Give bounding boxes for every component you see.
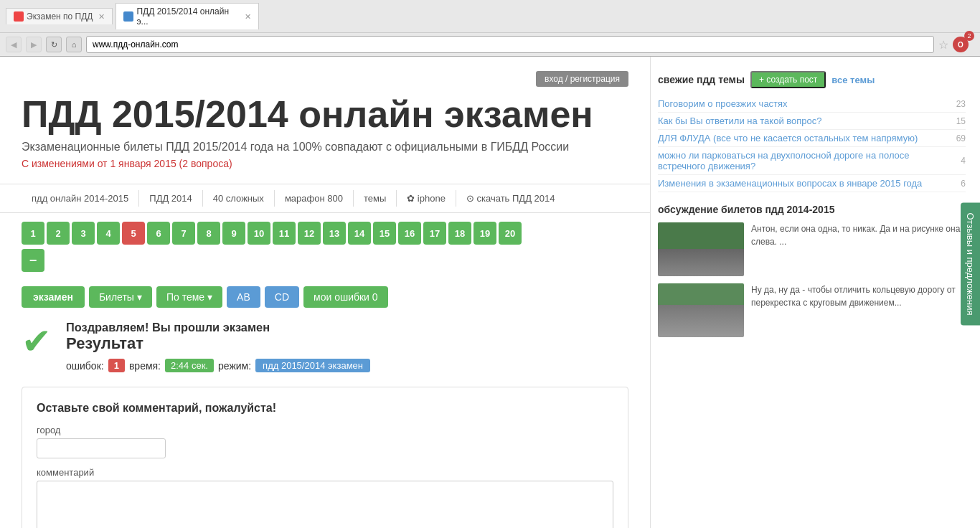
main-content: вход / регистрация ПДД 2015/2014 онлайн … [0, 57, 650, 528]
ticket-9[interactable]: 9 [222, 222, 245, 245]
forward-button[interactable]: ▶ [26, 37, 42, 52]
topic-link-5[interactable]: Изменения в экзаменационных вопросах в я… [658, 178, 956, 189]
result-details: Поздравляем! Вы прошли экзамен Результат… [66, 321, 370, 372]
site-notice: С изменениями от 1 января 2015 (2 вопрос… [22, 158, 628, 169]
feedback-sidebar-tab[interactable]: Отзывы и предложения [961, 202, 980, 325]
action-buttons: экзамен Билеты ▾ По теме ▾ АВ CD мои оши… [0, 280, 650, 314]
browser-titlebar: Экзамен по ПДД ✕ ПДД 2015/2014 онлайн э.… [0, 0, 980, 33]
tickets-label: Билеты [99, 291, 134, 303]
ticket-13[interactable]: 13 [323, 222, 346, 245]
ticket-16[interactable]: 16 [398, 222, 421, 245]
address-bar[interactable] [86, 36, 934, 53]
tickets-dropdown-icon[interactable]: ▾ [137, 291, 142, 303]
list-item: можно ли парковаться на двухполосной дор… [658, 147, 966, 175]
topic-link-2[interactable]: Как бы Вы ответили на такой вопрос? [658, 116, 952, 126]
tab-pdd-online[interactable]: ПДД 2015/2014 онлайн э... ✕ [116, 3, 259, 29]
fresh-topics-title: свежие пдд темы [658, 74, 745, 85]
tab-close-2[interactable]: ✕ [245, 12, 251, 22]
errors-button[interactable]: мои ошибки 0 [303, 286, 388, 308]
time-value-badge: 2:44 сек. [165, 359, 214, 372]
ticket-12[interactable]: 12 [298, 222, 321, 245]
ab-button[interactable]: АВ [227, 286, 260, 308]
nav-item-pdd-online[interactable]: пдд онлайн 2014-2015 [22, 190, 139, 207]
site-subtitle: Экзаменационные билеты ПДД 2015/2014 год… [22, 141, 628, 154]
list-item: ДЛЯ ФЛУДА (все что не касается остальных… [658, 130, 966, 147]
reload-button[interactable]: ↻ [46, 37, 62, 52]
home-button[interactable]: ⌂ [66, 37, 82, 52]
tab-icon-1 [14, 11, 24, 22]
ticket-10[interactable]: 10 [248, 222, 270, 245]
topic-link-4[interactable]: можно ли парковаться на двухполосной дор… [658, 150, 956, 171]
tab-label-1: Экзамен по ПДД [27, 11, 93, 22]
ticket-7[interactable]: 7 [172, 222, 195, 245]
discussion-title: обсуждение билетов пдд 2014-2015 [658, 204, 966, 215]
ticket-2[interactable]: 2 [47, 222, 70, 245]
ticket-8[interactable]: 8 [197, 222, 220, 245]
nav-item-40-hard[interactable]: 40 сложных [203, 190, 275, 207]
bookmark-icon[interactable]: ☆ [938, 38, 948, 52]
ticket-14[interactable]: 14 [348, 222, 371, 245]
topic-count-4: 4 [961, 156, 966, 166]
nav-item-iphone[interactable]: ✿ iphone [397, 190, 456, 207]
city-input[interactable] [37, 438, 166, 458]
list-item: Изменения в экзаменационных вопросах в я… [658, 175, 966, 192]
ticket-18[interactable]: 18 [448, 222, 471, 245]
road-image-2 [658, 283, 744, 337]
ticket-3[interactable]: 3 [72, 222, 95, 245]
nav-item-download[interactable]: ⊙ скачать ПДД 2014 [456, 190, 565, 207]
comment-form-title: Оставьте свой комментарий, пожалуйста! [37, 402, 613, 415]
ticket-19[interactable]: 19 [473, 222, 496, 245]
mode-label: режим: [218, 360, 251, 372]
tab-icon-2 [123, 11, 133, 22]
discussion-thumbnail-1 [658, 222, 744, 276]
theme-dropdown-icon[interactable]: ▾ [207, 291, 212, 303]
browser-navbar: ◀ ▶ ↻ ⌂ ☆ О 2 [0, 33, 980, 56]
errors-count-badge: 1 [108, 359, 125, 372]
success-checkmark-icon: ✔ [22, 321, 52, 362]
ticket-17[interactable]: 17 [423, 222, 446, 245]
ticket-20[interactable]: 20 [499, 222, 522, 245]
site-header: вход / регистрация ПДД 2015/2014 онлайн … [0, 57, 650, 184]
ticket-minus[interactable]: − [22, 249, 44, 272]
ticket-15[interactable]: 15 [373, 222, 396, 245]
fresh-topics-header: свежие пдд темы + создать пост все темы [658, 71, 966, 88]
ticket-11[interactable]: 11 [273, 222, 296, 245]
comment-textarea[interactable] [37, 481, 613, 528]
topic-count-1: 23 [956, 99, 966, 109]
topic-link-3[interactable]: ДЛЯ ФЛУДА (все что не касается остальных… [658, 133, 952, 143]
list-item: Как бы Вы ответили на такой вопрос? 15 [658, 113, 966, 130]
mode-value-badge: пдд 2015/2014 экзамен [255, 359, 370, 372]
cd-button[interactable]: CD [265, 286, 299, 308]
create-post-button[interactable]: + создать пост [750, 71, 826, 88]
nav-item-themes[interactable]: темы [354, 190, 397, 207]
exam-button[interactable]: экзамен [22, 286, 85, 308]
topic-link-1[interactable]: Поговорим о проезжих частях [658, 98, 952, 109]
ticket-6[interactable]: 6 [147, 222, 170, 245]
errors-label: ошибок: [66, 360, 104, 372]
tab-close-1[interactable]: ✕ [98, 12, 105, 22]
browser-chrome: Экзамен по ПДД ✕ ПДД 2015/2014 онлайн э.… [0, 0, 980, 57]
ticket-5[interactable]: 5 [122, 222, 145, 245]
nav-item-pdd2014[interactable]: ПДД 2014 [139, 190, 202, 207]
road-image-1 [658, 222, 744, 276]
tab-pdd-exam[interactable]: Экзамен по ПДД ✕ [6, 8, 113, 24]
theme-button[interactable]: По теме ▾ [156, 286, 222, 308]
theme-label: По теме [166, 291, 204, 303]
topic-list: Поговорим о проезжих частях 23 Как бы Вы… [658, 95, 966, 192]
ticket-4[interactable]: 4 [97, 222, 120, 245]
all-themes-link[interactable]: все темы [831, 75, 875, 85]
tickets-button[interactable]: Билеты ▾ [89, 286, 152, 308]
result-section: ✔ Поздравляем! Вы прошли экзамен Результ… [0, 314, 650, 387]
topic-count-2: 15 [956, 116, 966, 126]
back-button[interactable]: ◀ [6, 37, 22, 52]
discussion-items: Антон, если она одна, то никак. Да и на … [658, 222, 966, 337]
topic-count-3: 69 [956, 133, 966, 143]
login-button[interactable]: вход / регистрация [536, 71, 628, 87]
page-wrapper: вход / регистрация ПДД 2015/2014 онлайн … [0, 57, 980, 528]
topic-count-5: 6 [961, 179, 966, 189]
result-info: ошибок: 1 время: 2:44 сек. режим: пдд 20… [66, 359, 370, 372]
nav-item-marathon[interactable]: марафон 800 [275, 190, 354, 207]
discussion-item-2: Ну да, ну да - чтобы отличить кольцевую … [658, 283, 966, 337]
tab-label-2: ПДД 2015/2014 онлайн э... [136, 6, 239, 27]
ticket-1[interactable]: 1 [22, 222, 44, 245]
